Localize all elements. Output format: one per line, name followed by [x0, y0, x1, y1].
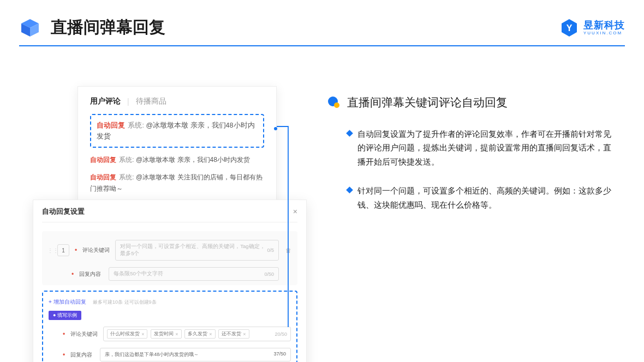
highlighted-auto-reply: 自动回复 系统: @冰墩墩本墩 亲亲，我们48小时内发货: [90, 114, 264, 148]
chip-remove-icon: ×: [209, 331, 212, 337]
example-keyword-count: 20/50: [275, 331, 287, 337]
bullet-text: 自动回复设置为了提升作者的评论回复效率，作者可在开播前针对常见的评论用户问题，提…: [357, 128, 614, 169]
bullet-text: 针对同一个问题，可设置多个相近的、高频的关键词。例如：这款多少钱、这块能优惠吗、…: [357, 184, 614, 212]
example-reply-count: 37/50: [273, 351, 286, 358]
rule-index: 1: [57, 244, 69, 256]
auto-reply-tag: 自动回复: [90, 156, 116, 164]
required-dot: •: [75, 246, 77, 254]
section-title: 直播间弹幕关键词评论自动回复: [347, 95, 508, 110]
reply-count: 0/50: [264, 272, 274, 277]
keyword-input[interactable]: 对同一个问题，可设置多个相近、高频的关键词，Tag确定，最多5个 0/5: [115, 240, 279, 261]
chip-remove-icon: ×: [243, 331, 246, 337]
required-dot: •: [63, 330, 65, 338]
close-icon[interactable]: ×: [293, 207, 297, 216]
svg-point-5: [334, 102, 339, 108]
tab-user-comments[interactable]: 用户评论: [90, 96, 121, 106]
left-screenshot-area: 用户评论 | 待播商品 自动回复 系统: @冰墩墩本墩 亲亲，我们48小时内发货…: [33, 86, 311, 342]
bullet-item: 针对同一个问题，可设置多个相近的、高频的关键词。例如：这款多少钱、这块能优惠吗、…: [327, 184, 622, 212]
comments-tabs: 用户评论 | 待播商品: [90, 96, 264, 106]
comment-line-3: 自动回复 系统: @冰墩墩本墩 关注我们的店铺，每日都有热门推荐呦～: [90, 172, 264, 194]
auto-reply-tag: 自动回复: [90, 173, 116, 181]
chip-remove-icon: ×: [141, 331, 144, 337]
brand-logo-block: Y 昱新科技 YUUXIN.COM: [559, 18, 625, 38]
svg-text:Y: Y: [567, 23, 573, 33]
auto-reply-settings-panel: 自动回复设置 × ⋮⋮ 1 • 评论关键词 对同一个问题，可设置多个相近、高频的…: [33, 200, 307, 362]
example-reply-text: 亲，我们这边都是下单48小时内发货的哦～: [105, 351, 199, 358]
keyword-count: 0/5: [267, 248, 274, 253]
keyword-placeholder: 对同一个问题，可设置多个相近、高频的关键词，Tag确定，最多5个: [120, 243, 267, 257]
brand-name-en: YUUXIN.COM: [583, 31, 625, 35]
example-reply-label: 回复内容: [70, 351, 94, 359]
header-divider: [19, 45, 625, 46]
add-auto-reply-link[interactable]: + 增加自动回复: [49, 299, 86, 305]
cube-icon: [19, 17, 41, 39]
add-hint: 最多可建10条 还可以创建9条: [93, 299, 157, 305]
auto-reply-tag: 自动回复: [97, 122, 125, 129]
comments-panel: 用户评论 | 待播商品 自动回复 系统: @冰墩墩本墩 亲亲，我们48小时内发货…: [77, 86, 277, 207]
page-header: 直播间弹幕回复 Y 昱新科技 YUUXIN.COM: [19, 16, 625, 46]
example-keyword-label: 评论关键词: [70, 330, 98, 338]
system-label: 系统:: [119, 156, 134, 164]
system-label: 系统:: [119, 173, 134, 181]
example-keyword-input[interactable]: 什么时候发货× 发货时间× 多久发货× 还不发货× 20/50: [103, 327, 291, 341]
comment-text: @冰墩墩本墩 亲亲，我们48小时内发货: [136, 156, 250, 164]
keyword-chip[interactable]: 发货时间×: [151, 329, 181, 339]
example-badge: ● 填写示例: [49, 311, 81, 320]
settings-title: 自动回复设置: [42, 207, 85, 216]
bullet-item: 自动回复设置为了提升作者的评论回复效率，作者可在开播前针对常见的评论用户问题，提…: [327, 128, 622, 169]
page-title: 直播间弹幕回复: [51, 16, 165, 39]
example-dashed-box: + 增加自动回复 最多可建10条 还可以创建9条 ● 填写示例 • 评论关键词 …: [42, 291, 297, 362]
drag-handle-icon[interactable]: ⋮⋮: [47, 248, 52, 254]
chip-remove-icon: ×: [175, 331, 178, 337]
diamond-bullet-icon: [346, 186, 353, 194]
delete-icon[interactable]: 🗑: [284, 247, 292, 254]
chat-bubble-icon: [327, 96, 341, 109]
required-dot: •: [63, 351, 65, 359]
connector-dot: [274, 127, 277, 130]
required-dot: •: [71, 270, 74, 278]
brand-name-zh: 昱新科技: [583, 20, 625, 30]
tab-pending-goods[interactable]: 待播商品: [136, 96, 166, 106]
example-reply-input[interactable]: 亲，我们这边都是下单48小时内发货的哦～ 37/50: [100, 348, 291, 361]
tab-separator: |: [127, 97, 129, 106]
right-content: 直播间弹幕关键词评论自动回复 自动回复设置为了提升作者的评论回复效率，作者可在开…: [327, 95, 622, 227]
reply-placeholder: 每条限50个中文字符: [114, 270, 163, 277]
comment-line-2: 自动回复 系统: @冰墩墩本墩 亲亲，我们48小时内发货: [90, 154, 264, 165]
reply-label: 回复内容: [79, 270, 103, 278]
system-label: 系统:: [128, 122, 144, 129]
keyword-label: 评论关键词: [82, 246, 110, 254]
keyword-chip[interactable]: 多久发货×: [184, 329, 215, 339]
keyword-chip[interactable]: 还不发货×: [218, 329, 249, 339]
keyword-chip[interactable]: 什么时候发货×: [107, 329, 147, 339]
diamond-bullet-icon: [346, 130, 353, 137]
reply-input[interactable]: 每条限50个中文字符 0/50: [109, 267, 279, 281]
brand-logo-icon: Y: [559, 18, 579, 38]
